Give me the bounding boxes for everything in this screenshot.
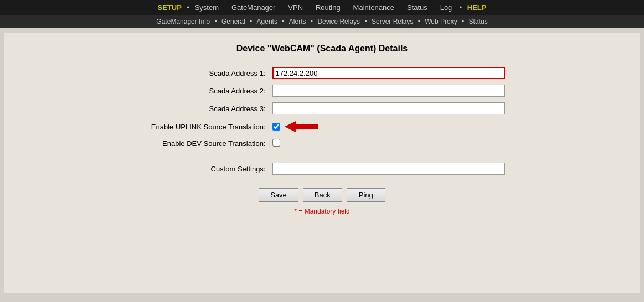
- custom-settings-input-wrapper: [272, 163, 505, 175]
- uplink-translation-checkbox[interactable]: [272, 123, 280, 131]
- status-link[interactable]: Status: [407, 3, 427, 12]
- red-arrow-icon: [285, 120, 318, 133]
- scada-address-1-label: Scada Address 1:: [128, 69, 272, 77]
- subnav-alerts[interactable]: Alerts: [289, 18, 306, 25]
- setup-link[interactable]: SETUP: [158, 3, 182, 12]
- scada-address-3-input-wrapper: [272, 102, 505, 114]
- top-navigation: SETUP • System GateManager VPN Routing M…: [0, 0, 644, 15]
- custom-settings-input[interactable]: [272, 163, 505, 175]
- subnav-web-proxy[interactable]: Web Proxy: [425, 18, 457, 25]
- subnav-device-relays[interactable]: Device Relays: [317, 18, 360, 25]
- help-link[interactable]: HELP: [467, 3, 487, 12]
- scada-address-1-input-wrapper: [272, 67, 505, 79]
- custom-settings-row: Custom Settings:: [128, 163, 516, 175]
- dev-translation-checkbox[interactable]: [272, 139, 280, 147]
- scada-address-2-input[interactable]: [272, 85, 505, 97]
- ping-button[interactable]: Ping: [347, 188, 385, 202]
- custom-settings-label: Custom Settings:: [128, 165, 272, 173]
- scada-address-1-row: Scada Address 1:: [128, 67, 516, 79]
- main-content: Device "WebCAM" (Scada Agent) Details Sc…: [4, 33, 640, 293]
- scada-address-2-input-wrapper: [272, 85, 505, 97]
- sub-navigation: GateManager Info • General • Agents • Al…: [0, 15, 644, 28]
- page-title: Device "WebCAM" (Scada Agent) Details: [16, 44, 628, 54]
- dev-translation-label: Enable DEV Source Translation:: [128, 139, 272, 148]
- subnav-general[interactable]: General: [221, 18, 245, 25]
- form-buttons: Save Back Ping: [128, 188, 516, 202]
- subnav-status[interactable]: Status: [469, 18, 488, 25]
- uplink-translation-input-wrapper: [272, 120, 505, 133]
- back-button[interactable]: Back: [303, 188, 342, 202]
- vpn-link[interactable]: VPN: [288, 3, 303, 12]
- scada-address-3-input[interactable]: [272, 102, 505, 114]
- maintenance-link[interactable]: Maintenance: [353, 3, 394, 12]
- log-link[interactable]: Log: [440, 3, 452, 12]
- scada-address-2-row: Scada Address 2:: [128, 85, 516, 97]
- gatemanager-link[interactable]: GateManager: [231, 3, 276, 12]
- uplink-translation-row: Enable UPLINK Source Translation:: [128, 120, 516, 133]
- save-button[interactable]: Save: [259, 188, 298, 202]
- scada-address-2-label: Scada Address 2:: [128, 87, 272, 95]
- scada-address-3-label: Scada Address 3:: [128, 105, 272, 113]
- subnav-agents[interactable]: Agents: [257, 18, 277, 25]
- scada-address-3-row: Scada Address 3:: [128, 102, 516, 114]
- svg-marker-0: [285, 121, 318, 132]
- dev-translation-input-wrapper: [272, 139, 505, 148]
- details-form: Scada Address 1: Scada Address 2: Scada …: [128, 67, 516, 215]
- subnav-server-relays[interactable]: Server Relays: [372, 18, 413, 25]
- dev-translation-row: Enable DEV Source Translation:: [128, 139, 516, 148]
- mandatory-note: * = Mandatory field: [128, 207, 516, 215]
- routing-link[interactable]: Routing: [316, 3, 341, 12]
- subnav-gatemanager-info[interactable]: GateManager Info: [156, 18, 210, 25]
- scada-address-1-input[interactable]: [272, 67, 505, 79]
- system-link[interactable]: System: [195, 3, 219, 12]
- uplink-translation-label: Enable UPLINK Source Translation:: [128, 123, 272, 131]
